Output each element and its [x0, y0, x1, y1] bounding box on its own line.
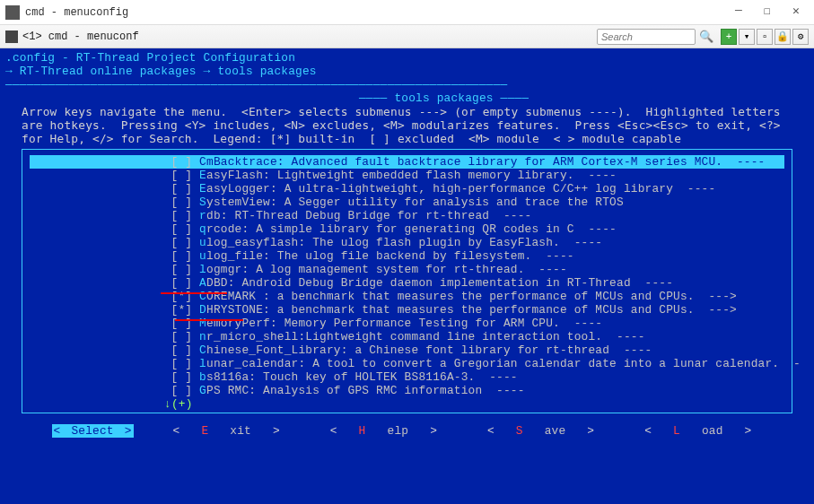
- menu-item[interactable]: [ ] nr_micro_shell:Lightweight command l…: [30, 330, 784, 343]
- red-annotation-1: [161, 292, 227, 294]
- menu-item[interactable]: [ ] CmBacktrace: Advanced fault backtrac…: [30, 155, 784, 169]
- menu-item[interactable]: [ ] SystemView: A Segger utility for ana…: [30, 196, 784, 209]
- select-button[interactable]: <Select>: [52, 424, 134, 438]
- add-button[interactable]: +: [721, 29, 737, 45]
- more-indicator: ↓(+): [164, 397, 784, 411]
- search-icon[interactable]: 🔍: [699, 30, 713, 44]
- help-button[interactable]: < Help >: [319, 424, 448, 438]
- minimize-button[interactable]: —: [726, 4, 751, 22]
- menu-item[interactable]: [ ] ulog_easyflash: The ulog flash plugi…: [30, 236, 784, 249]
- tab-icon: [5, 30, 18, 43]
- menu-item[interactable]: [ ] bs8116a: Touch key of HOLTEK BS8116A…: [30, 370, 784, 384]
- window-titlebar: cmd - menuconfig — ☐ ✕: [0, 0, 814, 25]
- menu-item[interactable]: [ ] logmgr: A log management system for …: [30, 263, 784, 276]
- help-text: Arrow keys navigate the menu. <Enter> se…: [22, 105, 809, 145]
- toolbar-button-3[interactable]: 🔒: [775, 29, 791, 45]
- menu-item[interactable]: [ ] qrcode: A simple library for generat…: [30, 222, 784, 236]
- app-icon: [5, 5, 20, 20]
- menu-item[interactable]: [ ] EasyLogger: A ultra-lightweight, hig…: [30, 182, 784, 196]
- menu-item[interactable]: [ ] ADBD: Android Debug Bridge daemon im…: [30, 276, 784, 290]
- config-title: .config - RT-Thread Project Configuratio…: [5, 51, 809, 65]
- menu-item[interactable]: [ ] MemoryPerf: Memory Performance Testi…: [30, 317, 784, 330]
- red-annotation-2: [175, 319, 243, 321]
- menu-item[interactable]: [ ] ulog_file: The ulog file backend by …: [30, 249, 784, 263]
- menu-panel: [ ] CmBacktrace: Advanced fault backtrac…: [22, 149, 792, 413]
- menu-item[interactable]: [ ] EasyFlash: Lightweight embedded flas…: [30, 169, 784, 182]
- tab-toolbar: <1> cmd - menuconf 🔍 + ▾ ▫ 🔒 ⚙: [0, 25, 814, 48]
- toolbar-button-2[interactable]: ▫: [757, 29, 773, 45]
- menu-item[interactable]: [ ] GPS RMC: Analysis of GPS RMC informa…: [30, 384, 784, 397]
- maximize-button[interactable]: ☐: [755, 4, 780, 22]
- menu-item[interactable]: [ ] lunar_calendar: A tool to convert a …: [30, 357, 784, 370]
- toolbar-button-1[interactable]: ▾: [739, 29, 755, 45]
- breadcrumb-path: → RT-Thread online packages → tools pack…: [5, 65, 317, 78]
- menu-item[interactable]: [*] DHRYSTONE: a benchmark that measures…: [30, 303, 784, 317]
- load-button[interactable]: < Load >: [634, 424, 762, 438]
- menu-item[interactable]: [*] COREMARK : a benchmark that measures…: [30, 290, 784, 303]
- menu-item[interactable]: [ ] rdb: RT-Thread Debug Bridge for rt-t…: [30, 209, 784, 222]
- search-input[interactable]: [597, 29, 696, 45]
- tab-label[interactable]: <1> cmd - menuconf: [22, 30, 597, 43]
- exit-button[interactable]: < Exit >: [162, 424, 291, 438]
- menu-item[interactable]: [ ] Chinese_Font_Library: a Chinese font…: [30, 343, 784, 357]
- save-button[interactable]: < Save >: [477, 424, 605, 438]
- group-header: ———— tools packages ————: [5, 91, 809, 105]
- terminal-pane: .config - RT-Thread Project Configuratio…: [0, 48, 814, 504]
- breadcrumb-line: → RT-Thread online packages → tools pack…: [5, 65, 809, 91]
- action-bar: <Select> < Exit > < Help > < Save > < Lo…: [5, 424, 809, 438]
- window-title: cmd - menuconfig: [25, 6, 722, 19]
- dash-fill: ————————————————————————————————————————…: [5, 78, 507, 91]
- close-button[interactable]: ✕: [783, 4, 809, 22]
- menu-items: [ ] CmBacktrace: Advanced fault backtrac…: [30, 155, 784, 397]
- toolbar-button-4[interactable]: ⚙: [792, 29, 809, 45]
